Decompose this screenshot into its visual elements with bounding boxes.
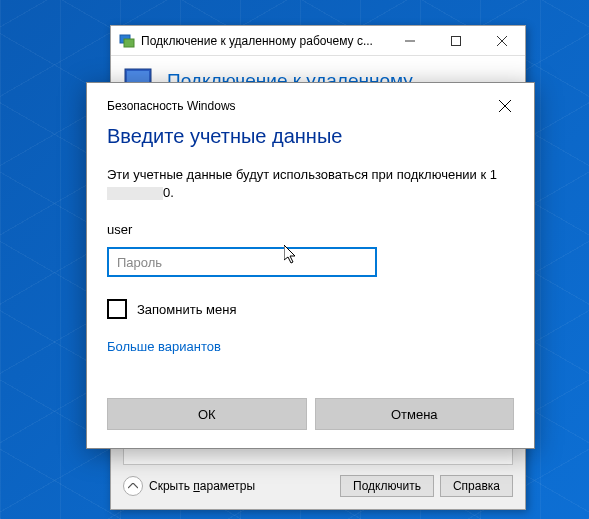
close-icon[interactable] — [496, 97, 514, 115]
security-titlebar: Безопасность Windows — [107, 97, 514, 115]
username-label: user — [107, 222, 514, 237]
credentials-heading: Введите учетные данные — [107, 125, 514, 148]
minimize-button[interactable] — [387, 26, 433, 56]
more-options-link[interactable]: Больше вариантов — [107, 339, 514, 354]
security-window-title: Безопасность Windows — [107, 99, 496, 113]
help-button[interactable]: Справка — [440, 475, 513, 497]
redacted-ip — [107, 187, 163, 200]
rdp-app-icon — [119, 33, 135, 49]
maximize-button[interactable] — [433, 26, 479, 56]
rdp-window-title: Подключение к удаленному рабочему с... — [141, 34, 387, 48]
rdp-bottom-bar: Скрыть параметры Подключить Справка — [111, 465, 525, 509]
chevron-up-icon[interactable] — [123, 476, 143, 496]
credentials-description: Эти учетные данные будут использоваться … — [107, 166, 514, 202]
connect-button[interactable]: Подключить — [340, 475, 434, 497]
close-button[interactable] — [479, 26, 525, 56]
svg-rect-3 — [452, 36, 461, 45]
window-controls — [387, 26, 525, 56]
remember-row: Запомнить меня — [107, 299, 514, 319]
password-input[interactable] — [107, 247, 377, 277]
hide-params-link[interactable]: Скрыть параметры — [149, 479, 334, 493]
svg-rect-1 — [124, 39, 134, 47]
ok-button[interactable]: ОК — [107, 398, 307, 430]
cancel-button[interactable]: Отмена — [315, 398, 515, 430]
rdp-titlebar[interactable]: Подключение к удаленному рабочему с... — [111, 26, 525, 56]
dialog-buttons: ОК Отмена — [107, 398, 514, 430]
security-dialog: Безопасность Windows Введите учетные дан… — [86, 82, 535, 449]
remember-label: Запомнить меня — [137, 302, 236, 317]
remember-checkbox[interactable] — [107, 299, 127, 319]
